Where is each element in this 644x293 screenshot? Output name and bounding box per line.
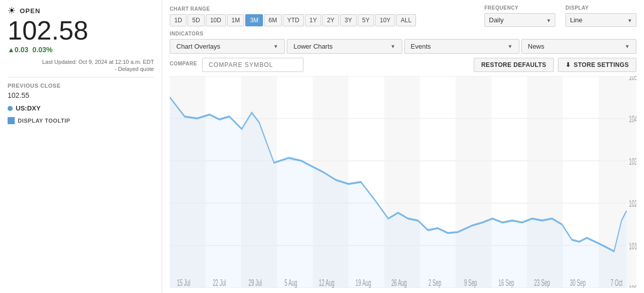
symbol-row: US:DXY — [8, 104, 154, 112]
dropdown-arrow-icon: ▼ — [508, 44, 513, 49]
compare-label: COMPARE — [170, 61, 197, 66]
compare-left: COMPARE — [170, 58, 304, 72]
display-select-wrapper: LineBarCandlestickArea ▼ — [565, 13, 636, 27]
chart-range-label: CHART RANGE — [170, 6, 474, 12]
range-btn-all[interactable]: ALL — [396, 14, 416, 26]
indicators-label: INDICATORS — [170, 31, 636, 36]
svg-text:102: 102 — [629, 198, 636, 209]
indicator-dropdown-news: News▼ — [521, 39, 636, 54]
svg-text:22 Jul: 22 Jul — [213, 277, 226, 288]
store-settings-label: STORE SETTINGS — [574, 61, 629, 68]
svg-text:15 Jul: 15 Jul — [177, 277, 190, 288]
change-row: ▲0.03 0.03% — [8, 46, 154, 54]
symbol-name: US:DXY — [16, 104, 41, 112]
frequency-select[interactable]: DailyWeeklyMonthly — [484, 13, 555, 27]
range-buttons: 1D5D10D1M3M6MYTD1Y2Y3Y5Y10YALL — [170, 14, 474, 26]
svg-text:29 Jul: 29 Jul — [248, 277, 261, 288]
svg-text:101: 101 — [629, 240, 636, 251]
indicator-btn-lower-charts[interactable]: Lower Charts▼ — [287, 39, 402, 54]
last-updated: Last Updated: Oct 9, 2024 at 12:10 a.m. … — [8, 59, 154, 65]
svg-text:23 Sep: 23 Sep — [534, 277, 550, 288]
restore-defaults-button[interactable]: RESTORE DEFAULTS — [474, 58, 554, 72]
svg-text:26 Aug: 26 Aug — [391, 277, 407, 288]
store-settings-button[interactable]: ⬇ STORE SETTINGS — [558, 58, 636, 72]
indicator-dropdown-events: Events▼ — [404, 39, 519, 54]
compare-right: RESTORE DEFAULTS ⬇ STORE SETTINGS — [474, 58, 636, 72]
svg-text:2 Sep: 2 Sep — [428, 277, 441, 288]
svg-text:104: 104 — [629, 114, 636, 124]
display-label: DISPLAY — [565, 5, 636, 11]
frequency-section: FREQUENCY DailyWeeklyMonthly ▼ — [484, 5, 555, 27]
svg-text:103: 103 — [629, 156, 636, 166]
indicator-btn-chart-overlays[interactable]: Chart Overlays▼ — [170, 39, 285, 54]
svg-text:12 Aug: 12 Aug — [319, 277, 334, 288]
dropdown-arrow-icon: ▼ — [625, 44, 630, 49]
indicator-dropdown-chart-overlays: Chart Overlays▼ — [170, 39, 285, 54]
range-btn-5d[interactable]: 5D — [187, 14, 204, 26]
indicators-dropdowns: Chart Overlays▼Lower Charts▼Events▼News▼ — [170, 39, 636, 54]
compare-row: COMPARE RESTORE DEFAULTS ⬇ STORE SETTING… — [170, 58, 636, 72]
svg-text:5 Aug: 5 Aug — [285, 277, 297, 288]
svg-text:30 Sep: 30 Sep — [570, 277, 586, 288]
range-btn-1m[interactable]: 1M — [227, 14, 245, 26]
left-panel: ☀ OPEN 102.58 ▲0.03 0.03% Last Updated: … — [0, 0, 162, 293]
svg-text:9 Sep: 9 Sep — [464, 277, 477, 288]
frequency-label: FREQUENCY — [484, 5, 555, 11]
svg-text:19 Aug: 19 Aug — [356, 277, 371, 288]
chart-range-section: CHART RANGE 1D5D10D1M3M6MYTD1Y2Y3Y5Y10YA… — [170, 6, 474, 26]
range-btn-10d[interactable]: 10D — [206, 14, 226, 26]
open-label: OPEN — [20, 7, 41, 15]
range-btn-1d[interactable]: 1D — [170, 14, 186, 26]
prev-close-value: 102.55 — [8, 91, 154, 99]
price-change: ▲0.03 — [8, 46, 28, 54]
tooltip-row[interactable]: DISPLAY TOOLTIP — [8, 117, 154, 124]
range-btn-10y[interactable]: 10Y — [375, 14, 395, 26]
tooltip-label: DISPLAY TOOLTIP — [18, 118, 70, 124]
indicator-btn-events[interactable]: Events▼ — [404, 39, 519, 54]
range-btn-1y[interactable]: 1Y — [305, 14, 322, 26]
price-display: 102.58 — [8, 17, 154, 44]
indicator-btn-news[interactable]: News▼ — [521, 39, 636, 54]
range-btn-5y[interactable]: 5Y — [358, 14, 374, 26]
svg-text:16 Sep: 16 Sep — [499, 277, 514, 288]
indicators-row: INDICATORS Chart Overlays▼Lower Charts▼E… — [170, 31, 636, 54]
range-btn-3y[interactable]: 3Y — [340, 14, 357, 26]
price-change-pct: 0.03% — [32, 46, 53, 54]
prev-close-label: PREVIOUS CLOSE — [8, 83, 154, 89]
frequency-select-wrapper: DailyWeeklyMonthly ▼ — [484, 13, 555, 27]
price-chart: 105 104 103 102 101 100 15 Jul 22 Jul 29… — [170, 76, 636, 288]
open-row: ☀ OPEN — [8, 5, 154, 16]
delayed-quote: - Delayed quote — [8, 66, 154, 72]
divider — [8, 77, 154, 78]
chart-area: 105 104 103 102 101 100 15 Jul 22 Jul 29… — [170, 76, 636, 288]
store-icon: ⬇ — [565, 61, 571, 68]
tooltip-checkbox[interactable] — [8, 117, 15, 124]
indicator-dropdown-lower-charts: Lower Charts▼ — [287, 39, 402, 54]
compare-input[interactable] — [202, 58, 304, 72]
range-btn-6m[interactable]: 6M — [264, 14, 282, 26]
dropdown-arrow-icon: ▼ — [391, 44, 396, 49]
svg-text:105: 105 — [629, 76, 636, 82]
range-btn-2y[interactable]: 2Y — [322, 14, 339, 26]
svg-text:7 Oct: 7 Oct — [611, 277, 623, 288]
svg-text:100: 100 — [629, 283, 636, 288]
controls-row: CHART RANGE 1D5D10D1M3M6MYTD1Y2Y3Y5Y10YA… — [170, 5, 636, 27]
right-panel: CHART RANGE 1D5D10D1M3M6MYTD1Y2Y3Y5Y10YA… — [162, 0, 644, 293]
sun-icon: ☀ — [8, 5, 16, 16]
dropdown-arrow-icon: ▼ — [273, 44, 278, 49]
display-select[interactable]: LineBarCandlestickArea — [565, 13, 636, 27]
range-btn-ytd[interactable]: YTD — [283, 14, 304, 26]
symbol-dot — [8, 106, 13, 111]
display-section: DISPLAY LineBarCandlestickArea ▼ — [565, 5, 636, 27]
range-btn-3m[interactable]: 3M — [245, 14, 263, 26]
